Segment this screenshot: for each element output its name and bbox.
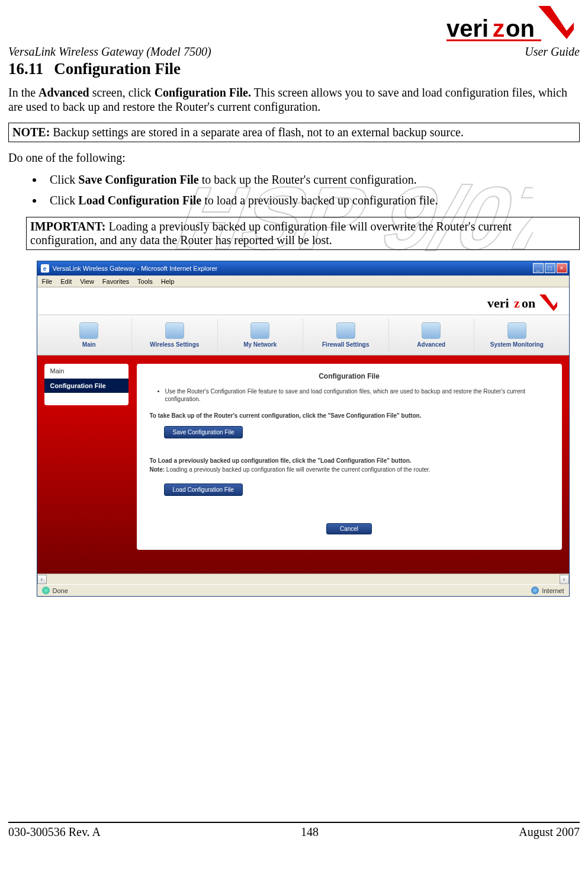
- menu-file[interactable]: File: [42, 278, 53, 285]
- section-heading: 16.11Configuration File: [8, 60, 580, 78]
- ie-status-bar: Done Internet: [37, 584, 569, 596]
- scroll-right-icon[interactable]: ›: [560, 575, 569, 584]
- do-one-text: Do one of the following:: [8, 150, 580, 165]
- section-name: Configuration File: [54, 60, 181, 78]
- close-button[interactable]: ×: [557, 263, 567, 273]
- panel-bullet: Use the Router's Configuration File feat…: [165, 387, 549, 403]
- minimize-button[interactable]: _: [533, 263, 544, 273]
- zone-text: Internet: [542, 587, 564, 594]
- doc-title: VersaLink Wireless Gateway (Model 7500): [8, 45, 211, 59]
- sidebar-item-main[interactable]: Main: [44, 364, 128, 379]
- svg-text:veri: veri: [446, 15, 489, 41]
- doc-subtitle: User Guide: [525, 45, 580, 59]
- svg-text:on: on: [522, 296, 535, 310]
- panel-title: Configuration File: [150, 372, 549, 380]
- save-config-button[interactable]: Save Configuration File: [164, 426, 243, 438]
- router-sidebar: Main Configuration File: [44, 364, 128, 405]
- menu-help[interactable]: Help: [161, 278, 175, 285]
- sidebar-item-config-file[interactable]: Configuration File: [44, 379, 128, 393]
- section-number: 16.11: [8, 60, 43, 78]
- network-icon: [250, 322, 269, 339]
- load-config-button[interactable]: Load Configuration File: [164, 483, 243, 496]
- router-logo: veri z on: [487, 293, 558, 313]
- page-footer: 030-300536 Rev. A 148 August 2007: [8, 822, 580, 839]
- footer-rev: 030-300536 Rev. A: [8, 825, 101, 839]
- footer-date: August 2007: [519, 825, 580, 839]
- note-text: Backup settings are stored in a separate…: [50, 126, 464, 139]
- important-box: IMPORTANT: Loading a previously backed u…: [26, 217, 580, 250]
- status-text: Done: [53, 587, 68, 594]
- note-label: NOTE:: [12, 126, 50, 139]
- bullet-load: Click Load Configuration File to load a …: [44, 194, 580, 207]
- tab-main[interactable]: Main: [47, 319, 133, 351]
- cancel-button[interactable]: Cancel: [326, 523, 372, 534]
- window-title: VersaLink Wireless Gateway - Microsoft I…: [53, 265, 218, 272]
- scroll-left-icon[interactable]: ‹: [37, 575, 47, 584]
- load-note: Note: Loading a previously backed up con…: [150, 466, 549, 473]
- backup-heading: To take Back up of the Router's current …: [150, 412, 549, 419]
- wireless-icon: [165, 322, 184, 339]
- intro-paragraph: In the Advanced screen, click Configurat…: [8, 85, 580, 114]
- screenshot: e VersaLink Wireless Gateway - Microsoft…: [37, 261, 570, 597]
- footer-page-number: 148: [301, 825, 319, 839]
- svg-text:on: on: [506, 15, 535, 41]
- menu-view[interactable]: View: [80, 278, 94, 285]
- important-label: IMPORTANT:: [30, 220, 105, 233]
- firewall-icon: [336, 322, 355, 339]
- done-icon: [42, 587, 50, 594]
- svg-text:veri: veri: [487, 296, 509, 310]
- ie-icon: e: [41, 264, 49, 273]
- note-box: NOTE: Backup settings are stored in a se…: [8, 123, 580, 142]
- window-titlebar: e VersaLink Wireless Gateway - Microsoft…: [37, 261, 569, 276]
- main-icon: [79, 322, 98, 339]
- internet-icon: [531, 587, 539, 594]
- ie-menubar: File Edit View Favorites Tools Help: [37, 276, 569, 287]
- monitoring-icon: [507, 322, 526, 339]
- load-heading: To Load a previously backed up configura…: [150, 457, 549, 464]
- tab-monitoring[interactable]: System Monitoring: [474, 319, 560, 351]
- svg-text:z: z: [514, 296, 520, 310]
- menu-favorites[interactable]: Favorites: [102, 278, 129, 285]
- tab-advanced[interactable]: Advanced: [389, 319, 475, 351]
- router-main-panel: Configuration File Use the Router's Conf…: [137, 364, 562, 550]
- tab-network[interactable]: My Network: [218, 319, 304, 351]
- advanced-icon: [422, 322, 441, 339]
- tab-wireless[interactable]: Wireless Settings: [132, 319, 218, 351]
- maximize-button[interactable]: □: [545, 263, 555, 273]
- verizon-logo: veri z on: [446, 6, 574, 44]
- horizontal-scrollbar[interactable]: ‹ ›: [37, 574, 569, 584]
- svg-text:z: z: [493, 15, 505, 41]
- tab-firewall[interactable]: Firewall Settings: [303, 319, 389, 351]
- menu-tools[interactable]: Tools: [137, 278, 153, 285]
- router-tabs: Main Wireless Settings My Network Firewa…: [37, 315, 569, 355]
- bullet-save: Click Save Configuration File to back up…: [44, 173, 580, 187]
- menu-edit[interactable]: Edit: [60, 278, 72, 285]
